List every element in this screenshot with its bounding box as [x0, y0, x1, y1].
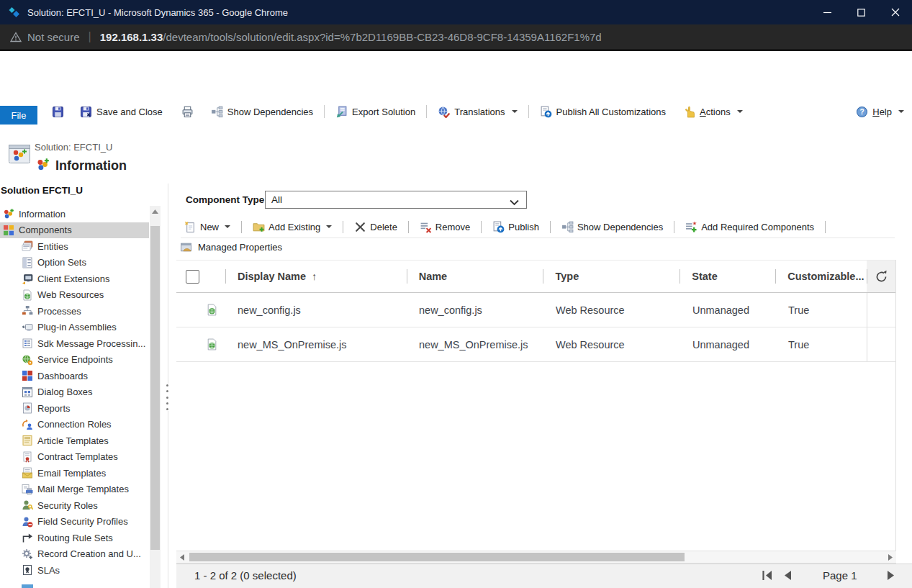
new-icon	[184, 221, 197, 233]
refresh-button[interactable]	[867, 261, 895, 292]
publish-all-customizations-button[interactable]: Publish All Customizations	[536, 103, 670, 121]
not-secure-warning-icon	[10, 32, 22, 42]
select-all-checkbox[interactable]	[186, 270, 199, 284]
page-number-text: Page 1	[823, 569, 857, 582]
horizontal-scrollbar-thumb[interactable]	[189, 553, 685, 561]
table-row[interactable]: new_MS_OnPremise.js new_MS_OnPremise.js …	[176, 327, 895, 362]
maximize-button[interactable]	[844, 0, 878, 24]
translations-button[interactable]: Translations	[433, 103, 521, 121]
cell-customizable: True	[776, 293, 867, 327]
sidebar-title: Solution EFCTI_U	[1, 185, 83, 196]
add-existing-button[interactable]: Add Existing	[249, 219, 335, 235]
column-header-state[interactable]: State	[680, 261, 775, 292]
page-title: Information	[55, 158, 127, 173]
dialog-boxes-icon	[22, 386, 33, 398]
sidebar-item-email-templates[interactable]: Email Templates	[0, 465, 149, 481]
toolbar-separator	[550, 221, 551, 233]
sidebar-item-components[interactable]: Components	[0, 222, 149, 239]
delete-button[interactable]: Delete	[351, 219, 401, 235]
save-button[interactable]	[48, 103, 68, 121]
sidebar-item-web-resources[interactable]: Web Resources	[0, 287, 149, 304]
scroll-left-arrow[interactable]	[176, 551, 188, 563]
sidebar-item-slas[interactable]: SLAs	[0, 562, 149, 579]
save-icon	[52, 106, 64, 118]
sort-ascending-icon: ↑	[312, 271, 317, 282]
grid-toolbar: New Add Existing Delete Remove	[181, 216, 895, 238]
sidebar-scroll-up-arrow[interactable]	[150, 206, 161, 217]
close-button[interactable]	[878, 0, 912, 24]
cell-display-name: new_MS_OnPremise.js	[225, 327, 407, 361]
url-path: /devteam/tools/solution/edit.aspx?id=%7b…	[163, 31, 601, 43]
sidebar-item-service-endpoints[interactable]: Service Endpoints	[0, 352, 149, 368]
help-icon: ?	[856, 106, 868, 118]
article-templates-icon	[22, 435, 33, 446]
sidebar-item-plugin-assemblies[interactable]: Plug-in Assemblies	[0, 320, 149, 336]
new-button[interactable]: New	[181, 219, 234, 235]
component-type-select[interactable]: All	[265, 191, 527, 209]
print-button[interactable]	[177, 103, 198, 121]
sidebar-item-sdk-message-processing[interactable]: Sdk Message Processin...	[0, 335, 149, 352]
sidebar-item-mail-merge-templates[interactable]: Mail Merge Templates	[0, 481, 149, 498]
sidebar-item-security-roles[interactable]: Security Roles	[0, 497, 149, 514]
show-dependencies-button[interactable]: Show Dependencies	[207, 103, 317, 121]
sidebar-item-option-sets[interactable]: Option Sets	[0, 255, 149, 271]
column-header-customizable[interactable]: Customizable...	[775, 261, 867, 292]
horizontal-scrollbar[interactable]	[176, 551, 896, 564]
solution-sidebar: Solution EFCTI_U Information Components …	[0, 184, 168, 588]
sidebar-item-reports[interactable]: Reports	[0, 400, 149, 417]
file-tab[interactable]: File	[0, 106, 37, 125]
first-page-button[interactable]	[761, 569, 774, 582]
sidebar-item-record-creation[interactable]: Record Creation and U...	[0, 546, 149, 563]
export-solution-icon	[335, 106, 348, 118]
sidebar-item-processes[interactable]: Processes	[0, 303, 149, 320]
save-and-close-icon	[80, 106, 92, 118]
delete-icon	[354, 221, 366, 233]
remove-button[interactable]: Remove	[416, 219, 474, 235]
column-header-type[interactable]: Type	[543, 261, 680, 292]
cell-customizable: True	[776, 327, 867, 361]
new-dropdown-caret	[225, 225, 230, 228]
sidebar-item-information[interactable]: Information	[0, 206, 149, 222]
sidebar-item-connection-roles[interactable]: Connection Roles	[0, 417, 149, 433]
add-required-components-button[interactable]: Add Required Components	[682, 219, 818, 235]
scroll-right-arrow[interactable]	[885, 551, 896, 563]
address-bar[interactable]: Not secure | 192.168.1.33/devteam/tools/…	[0, 24, 912, 49]
previous-page-button[interactable]	[781, 569, 794, 582]
window-titlebar[interactable]: Solution: EFCTI_U - Microsoft Dynamics 3…	[0, 0, 912, 24]
save-and-close-button[interactable]: Save and Close	[76, 103, 167, 121]
export-solution-button[interactable]: Export Solution	[331, 103, 420, 121]
plugin-assemblies-icon	[22, 322, 33, 333]
sidebar-item-routing-rule-sets[interactable]: Routing Rule Sets	[0, 530, 149, 546]
cell-name: new_MS_OnPremise.js	[407, 327, 543, 361]
minimize-button[interactable]	[811, 0, 844, 24]
cell-display-name: new_config.js	[225, 293, 407, 327]
next-page-button[interactable]	[885, 569, 898, 582]
sidebar-item-dialog-boxes[interactable]: Dialog Boxes	[0, 384, 149, 401]
sidebar-scrollbar[interactable]	[150, 206, 161, 588]
grid-show-dependencies-button[interactable]: Show Dependencies	[558, 219, 667, 235]
sidebar-next-item-partial	[22, 584, 33, 588]
record-creation-icon	[22, 548, 33, 560]
help-button[interactable]: ? Help	[852, 103, 908, 121]
column-header-name[interactable]: Name	[407, 261, 543, 292]
actions-button[interactable]: Actions	[679, 103, 747, 121]
toolbar-separator	[343, 221, 343, 233]
publish-button[interactable]: Publish	[489, 219, 543, 235]
sidebar-item-field-security-profiles[interactable]: Field Security Profiles	[0, 514, 149, 530]
sidebar-item-client-extensions[interactable]: Client Extensions	[0, 271, 149, 287]
sidebar-item-contract-templates[interactable]: Contract Templates	[0, 449, 149, 466]
cell-name: new_config.js	[407, 293, 543, 327]
sidebar-item-dashboards[interactable]: Dashboards	[0, 368, 149, 384]
sidebar-item-entities[interactable]: Entities	[0, 238, 149, 255]
connection-roles-icon	[22, 419, 33, 430]
translations-icon	[438, 106, 450, 118]
managed-properties-button[interactable]: Managed Properties	[180, 241, 282, 253]
dashboards-icon	[22, 370, 33, 381]
sidebar-scrollbar-thumb[interactable]	[150, 226, 160, 550]
table-row[interactable]: new_config.js new_config.js Web Resource…	[176, 293, 895, 327]
column-header-display-name[interactable]: Display Name ↑	[225, 261, 407, 292]
option-sets-icon	[22, 257, 33, 268]
show-dependencies-icon	[211, 106, 223, 118]
sidebar-item-article-templates[interactable]: Article Templates	[0, 433, 149, 449]
splitter-drag-handle[interactable]	[164, 384, 171, 411]
